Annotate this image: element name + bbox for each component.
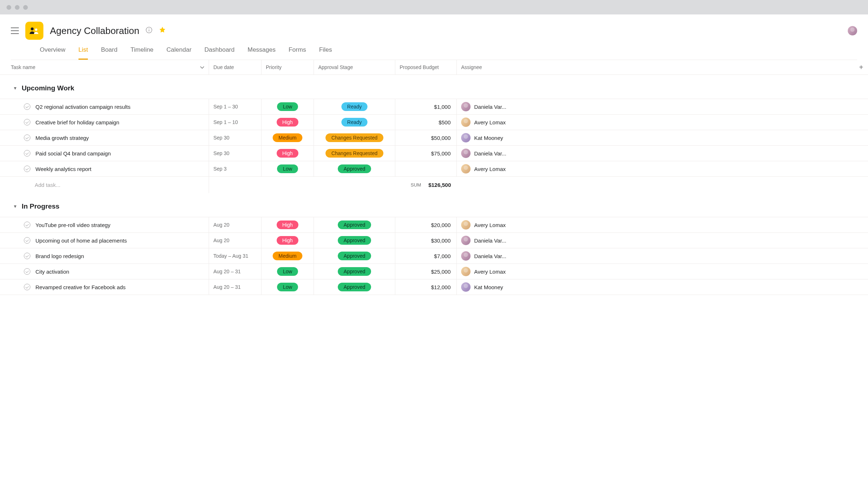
assignee-cell[interactable]: Daniela Var... <box>457 146 868 161</box>
complete-check-icon[interactable] <box>24 134 30 141</box>
budget-cell[interactable]: $12,000 <box>395 279 457 295</box>
chevron-down-icon[interactable] <box>200 64 204 70</box>
complete-check-icon[interactable] <box>24 166 30 172</box>
approval-cell[interactable]: Ready <box>314 99 395 114</box>
tab-messages[interactable]: Messages <box>247 46 275 60</box>
approval-cell[interactable]: Approved <box>314 279 395 295</box>
priority-cell[interactable]: High <box>261 115 314 130</box>
approval-cell[interactable]: Approved <box>314 217 395 232</box>
add-task-button[interactable]: Add task... <box>0 177 209 193</box>
task-name-cell[interactable]: Brand logo redesign <box>0 248 209 264</box>
task-name-cell[interactable]: Media growth strategy <box>0 130 209 145</box>
tab-list[interactable]: List <box>78 46 88 60</box>
approval-cell[interactable]: Approved <box>314 233 395 248</box>
due-date-cell[interactable]: Sep 1 – 30 <box>209 99 261 114</box>
assignee-cell[interactable]: Avery Lomax <box>457 115 868 130</box>
budget-cell[interactable]: $20,000 <box>395 217 457 232</box>
section-header[interactable]: ▼Upcoming Work <box>0 75 868 99</box>
budget-cell[interactable]: $7,000 <box>395 248 457 264</box>
window-control-dot[interactable] <box>7 5 11 10</box>
task-row[interactable]: Revamped creative for Facebook adsAug 20… <box>0 279 868 295</box>
window-control-dot[interactable] <box>15 5 20 10</box>
task-row[interactable]: YouTube pre-roll video strategyAug 20Hig… <box>0 217 868 232</box>
priority-cell[interactable]: Medium <box>261 130 314 145</box>
approval-cell[interactable]: Approved <box>314 264 395 279</box>
approval-cell[interactable]: Changes Requested <box>314 130 395 145</box>
priority-cell[interactable]: Low <box>261 264 314 279</box>
task-name-cell[interactable]: Creative brief for holiday campaign <box>0 115 209 130</box>
assignee-cell[interactable]: Avery Lomax <box>457 161 868 176</box>
priority-cell[interactable]: Medium <box>261 248 314 264</box>
task-name-cell[interactable]: Revamped creative for Facebook ads <box>0 279 209 295</box>
task-name-cell[interactable]: Q2 regional activation campaign results <box>0 99 209 114</box>
budget-cell[interactable]: $75,000 <box>395 146 457 161</box>
due-date-cell[interactable]: Sep 30 <box>209 146 261 161</box>
task-row[interactable]: Upcoming out of home ad placementsAug 20… <box>0 232 868 248</box>
budget-cell[interactable]: $50,000 <box>395 130 457 145</box>
complete-check-icon[interactable] <box>24 284 30 290</box>
user-avatar[interactable] <box>848 26 857 35</box>
due-date-cell[interactable]: Aug 20 – 31 <box>209 264 261 279</box>
priority-cell[interactable]: High <box>261 217 314 232</box>
tab-forms[interactable]: Forms <box>289 46 306 60</box>
task-row[interactable]: Paid social Q4 brand campaignSep 30HighC… <box>0 145 868 161</box>
tab-calendar[interactable]: Calendar <box>166 46 191 60</box>
due-date-cell[interactable]: Today – Aug 31 <box>209 248 261 264</box>
tab-overview[interactable]: Overview <box>40 46 65 60</box>
tab-board[interactable]: Board <box>101 46 117 60</box>
tab-timeline[interactable]: Timeline <box>131 46 154 60</box>
due-date-cell[interactable]: Sep 1 – 10 <box>209 115 261 130</box>
task-name-cell[interactable]: Weekly analytics report <box>0 161 209 176</box>
priority-cell[interactable]: Low <box>261 99 314 114</box>
priority-cell[interactable]: High <box>261 233 314 248</box>
task-name-cell[interactable]: Paid social Q4 brand campaign <box>0 146 209 161</box>
window-control-dot[interactable] <box>23 5 28 10</box>
column-header-approval[interactable]: Approval Stage <box>314 60 395 74</box>
complete-check-icon[interactable] <box>24 253 30 259</box>
complete-check-icon[interactable] <box>24 119 30 125</box>
complete-check-icon[interactable] <box>24 237 30 244</box>
info-icon[interactable] <box>146 27 152 35</box>
budget-cell[interactable]: $500 <box>395 115 457 130</box>
favorite-star-icon[interactable] <box>159 26 166 35</box>
budget-cell[interactable]: $25,000 <box>395 264 457 279</box>
column-header-budget[interactable]: Proposed Budget <box>395 60 457 74</box>
task-name-cell[interactable]: Upcoming out of home ad placements <box>0 233 209 248</box>
complete-check-icon[interactable] <box>24 103 30 110</box>
tab-dashboard[interactable]: Dashboard <box>204 46 234 60</box>
assignee-cell[interactable]: Avery Lomax <box>457 217 868 232</box>
approval-cell[interactable]: Approved <box>314 161 395 176</box>
assignee-cell[interactable]: Kat Mooney <box>457 130 868 145</box>
task-name-cell[interactable]: City activation <box>0 264 209 279</box>
assignee-cell[interactable]: Daniela Var... <box>457 99 868 114</box>
budget-cell[interactable]: $30,000 <box>395 233 457 248</box>
due-date-cell[interactable]: Sep 3 <box>209 161 261 176</box>
column-header-priority[interactable]: Priority <box>261 60 314 74</box>
column-header-assignee[interactable]: Assignee <box>457 60 854 74</box>
task-row[interactable]: City activationAug 20 – 31LowApproved$25… <box>0 264 868 279</box>
due-date-cell[interactable]: Sep 30 <box>209 130 261 145</box>
task-row[interactable]: Weekly analytics reportSep 3LowApprovedA… <box>0 161 868 176</box>
assignee-cell[interactable]: Kat Mooney <box>457 279 868 295</box>
column-header-due[interactable]: Due date <box>209 60 261 74</box>
complete-check-icon[interactable] <box>24 268 30 275</box>
due-date-cell[interactable]: Aug 20 – 31 <box>209 279 261 295</box>
task-name-cell[interactable]: YouTube pre-roll video strategy <box>0 217 209 232</box>
budget-cell[interactable]: $1,000 <box>395 99 457 114</box>
approval-cell[interactable]: Changes Requested <box>314 146 395 161</box>
approval-cell[interactable]: Ready <box>314 115 395 130</box>
budget-cell[interactable] <box>395 161 457 176</box>
column-header-task[interactable]: Task name <box>0 60 209 74</box>
task-row[interactable]: Media growth strategySep 30MediumChanges… <box>0 130 868 145</box>
approval-cell[interactable]: Approved <box>314 248 395 264</box>
task-row[interactable]: Brand logo redesignToday – Aug 31MediumA… <box>0 248 868 264</box>
caret-down-icon[interactable]: ▼ <box>13 204 17 209</box>
task-row[interactable]: Q2 regional activation campaign resultsS… <box>0 99 868 114</box>
priority-cell[interactable]: Low <box>261 161 314 176</box>
due-date-cell[interactable]: Aug 20 <box>209 217 261 232</box>
complete-check-icon[interactable] <box>24 150 30 157</box>
assignee-cell[interactable]: Daniela Var... <box>457 233 868 248</box>
add-column-button[interactable]: + <box>854 60 868 74</box>
caret-down-icon[interactable]: ▼ <box>13 86 17 91</box>
assignee-cell[interactable]: Avery Lomax <box>457 264 868 279</box>
